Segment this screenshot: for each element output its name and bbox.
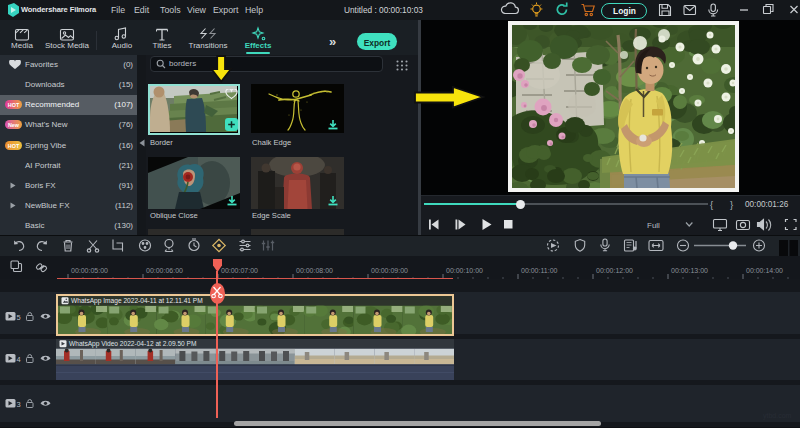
svg-text:WhatsApp Video 2022-04-12 at 2: WhatsApp Video 2022-04-12 at 2.09.50 PM (69, 340, 196, 348)
svg-text:00:00:08:00: 00:00:08:00 (296, 267, 333, 274)
svg-text:00:00:07:00: 00:00:07:00 (221, 267, 258, 274)
svg-text:00:00:09:00: 00:00:09:00 (371, 267, 408, 274)
svg-text:00:00:11:00: 00:00:11:00 (521, 267, 558, 274)
svg-text:00:00:12:00: 00:00:12:00 (596, 267, 633, 274)
svg-text:5: 5 (17, 313, 21, 322)
svg-text:00:00:13:00: 00:00:13:00 (671, 267, 708, 274)
svg-text:Full: Full (647, 221, 660, 230)
svg-text:00:00:05:00: 00:00:05:00 (71, 267, 108, 274)
svg-text:00:00:06:00: 00:00:06:00 (146, 267, 183, 274)
svg-text:00:00:10:00: 00:00:10:00 (446, 267, 483, 274)
svg-text:3: 3 (17, 400, 21, 409)
svg-text:4: 4 (17, 355, 21, 364)
svg-text:00:00:14:00: 00:00:14:00 (746, 267, 783, 274)
svg-text:WhatsApp Image 2022-04-11 at 1: WhatsApp Image 2022-04-11 at 12.11.41 PM (71, 297, 203, 305)
